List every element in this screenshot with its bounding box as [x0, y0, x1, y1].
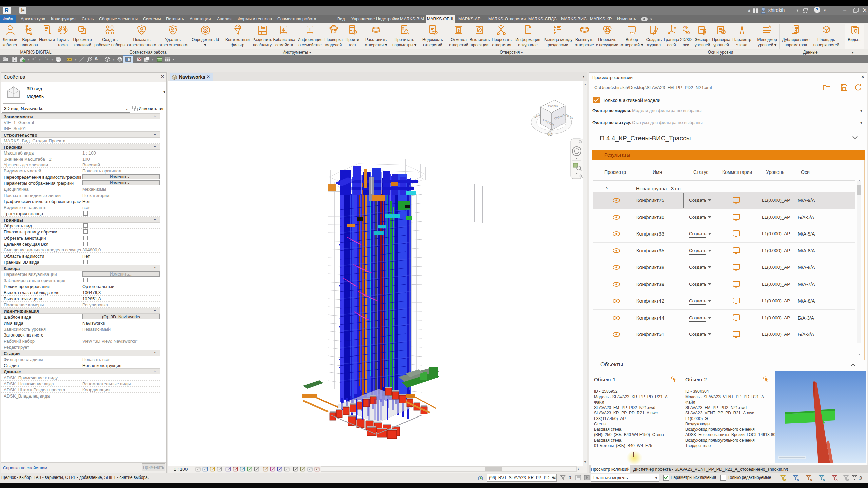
- svg-text:Ю: Ю: [548, 132, 552, 136]
- svg-text:i: i: [309, 27, 310, 32]
- svg-text:ID: ID: [204, 29, 207, 32]
- svg-text:i: i: [527, 28, 528, 32]
- svg-text:Сверху: Сверху: [548, 104, 558, 108]
